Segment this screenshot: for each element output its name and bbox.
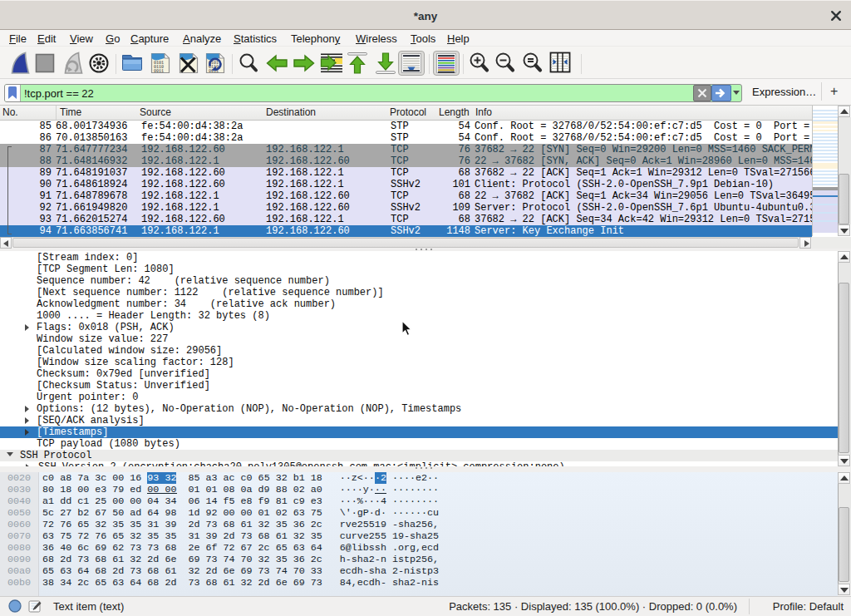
svg-text:0011: 0011 [154,69,164,74]
